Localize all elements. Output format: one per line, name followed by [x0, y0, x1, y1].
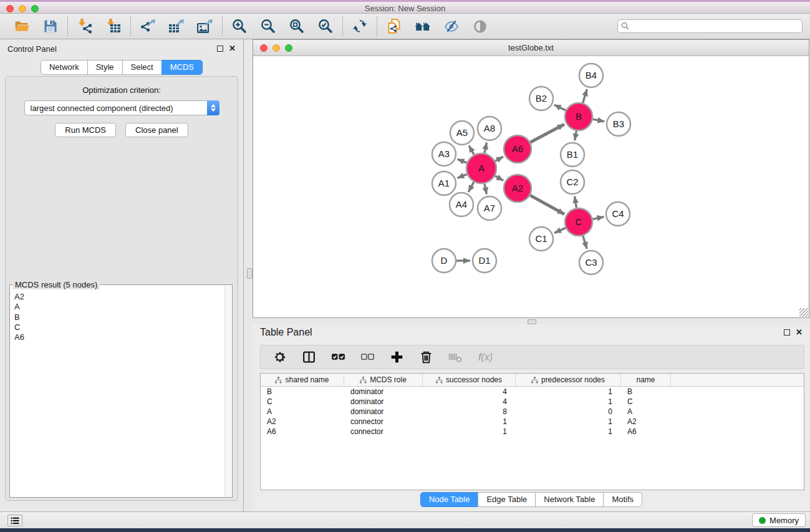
column-header-successor-nodes[interactable]: successor nodes: [423, 374, 516, 386]
column-header-name[interactable]: name: [621, 374, 671, 386]
zoom-in-button[interactable]: [231, 17, 248, 35]
node-D1[interactable]: D1: [473, 249, 496, 273]
node-A5[interactable]: A5: [450, 121, 474, 145]
node-C1[interactable]: C1: [529, 227, 553, 251]
memory-button[interactable]: Memory: [752, 513, 806, 527]
node-A8[interactable]: A8: [478, 117, 501, 140]
add-row-button[interactable]: [388, 349, 405, 365]
mcds-result-listbox[interactable]: A2ABCA6: [9, 284, 233, 498]
table-cell[interactable]: connector: [344, 417, 423, 426]
table-cell[interactable]: 1: [516, 427, 621, 436]
node-C2[interactable]: C2: [561, 170, 584, 194]
tab-select[interactable]: Select: [122, 60, 162, 75]
node-B3[interactable]: B3: [607, 112, 630, 136]
gear-button[interactable]: [271, 349, 287, 365]
table-cell[interactable]: 1: [516, 417, 621, 426]
node-D[interactable]: D: [432, 249, 456, 273]
tab-mcds[interactable]: MCDS: [162, 60, 203, 75]
resize-grip[interactable]: [799, 308, 808, 317]
optimization-criterion-dropdown[interactable]: largest connected component (directed): [24, 100, 219, 115]
table-cell[interactable]: 0: [516, 407, 621, 416]
run-mcds-button[interactable]: Run MCDS: [55, 123, 116, 137]
node-B[interactable]: B: [565, 103, 592, 130]
network-canvas[interactable]: B4B2BB3A8A5A6A3B1AC2A1A2A4A7C4CC1C3DD1: [253, 56, 809, 317]
column-header-MCDS-role[interactable]: MCDS role: [344, 374, 423, 386]
refresh-button[interactable]: [351, 17, 369, 35]
table-row[interactable]: A6connector11A6: [261, 427, 804, 437]
zoom-selected-button[interactable]: [317, 17, 334, 35]
table-cell[interactable]: A6: [261, 427, 344, 436]
table-cell[interactable]: dominator: [344, 387, 423, 396]
table-cell[interactable]: B: [261, 387, 344, 396]
node-A7[interactable]: A7: [478, 196, 501, 220]
node-C[interactable]: C: [565, 208, 592, 236]
columns-button[interactable]: [301, 349, 317, 365]
table-cell[interactable]: 4: [423, 387, 516, 396]
table-cell[interactable]: connector: [344, 427, 423, 436]
table-cell[interactable]: C: [621, 397, 671, 406]
result-list-item[interactable]: C: [14, 322, 232, 332]
table-cell[interactable]: 1: [423, 417, 516, 426]
float-panel-icon[interactable]: [217, 46, 223, 52]
table-cell[interactable]: 8: [423, 407, 516, 416]
home-button[interactable]: [414, 17, 432, 35]
table-cell[interactable]: 1: [516, 397, 621, 406]
column-header-shared-name[interactable]: shared name: [261, 374, 344, 386]
node-A6[interactable]: A6: [504, 135, 531, 163]
export-network-button[interactable]: [139, 17, 157, 35]
table-cell[interactable]: C: [261, 397, 344, 406]
clear-selection-button[interactable]: [359, 349, 375, 365]
network-window-titlebar[interactable]: testGlobe.txt: [253, 40, 809, 56]
tab-style[interactable]: Style: [87, 60, 123, 75]
table-row[interactable]: Adominator80A: [261, 407, 804, 417]
horizontal-splitter-handle[interactable]: [528, 319, 536, 324]
export-table-button[interactable]: [168, 17, 185, 35]
result-list-item[interactable]: A: [14, 302, 232, 312]
search-input[interactable]: [617, 19, 803, 33]
table-cell[interactable]: 1: [516, 387, 621, 396]
table-cell[interactable]: A: [621, 407, 671, 416]
table-tab-node-table[interactable]: Node Table: [420, 492, 479, 507]
import-table-button[interactable]: [105, 17, 122, 35]
table-cell[interactable]: 1: [423, 427, 516, 436]
close-table-panel-icon[interactable]: ✕: [796, 329, 803, 336]
delete-row-button[interactable]: [418, 349, 434, 365]
table-row[interactable]: Cdominator41C: [261, 397, 804, 407]
table-tab-network-table[interactable]: Network Table: [535, 492, 604, 507]
node-C3[interactable]: C3: [579, 251, 603, 274]
clone-network-button[interactable]: [385, 17, 403, 35]
table-row[interactable]: A2connector11A2: [261, 417, 804, 427]
open-file-button[interactable]: [13, 17, 31, 35]
tab-network[interactable]: Network: [41, 60, 88, 75]
zoom-fit-button[interactable]: [288, 17, 306, 35]
table-tab-edge-table[interactable]: Edge Table: [478, 492, 536, 507]
table-cell[interactable]: 4: [423, 397, 516, 406]
node-A3[interactable]: A3: [432, 142, 456, 166]
export-image-button[interactable]: [196, 17, 214, 35]
table-cell[interactable]: A: [261, 407, 344, 416]
hide-graphics-details-button[interactable]: [443, 17, 460, 35]
select-all-button[interactable]: [330, 349, 346, 365]
result-list-item[interactable]: B: [14, 312, 232, 322]
node-A2[interactable]: A2: [504, 175, 531, 202]
close-panel-button[interactable]: Close panel: [125, 123, 188, 137]
table-row[interactable]: Bdominator41B: [261, 387, 804, 397]
vertical-splitter-handle[interactable]: [247, 268, 253, 279]
node-C4[interactable]: C4: [606, 202, 630, 226]
delete-table-button[interactable]: [447, 349, 463, 365]
node-A4[interactable]: A4: [450, 193, 473, 216]
node-A[interactable]: A: [466, 153, 496, 183]
result-list-item[interactable]: A6: [14, 332, 232, 342]
table-cell[interactable]: A6: [621, 427, 671, 436]
save-session-button[interactable]: [42, 17, 59, 35]
function-builder-button[interactable]: f(x): [476, 349, 493, 365]
import-network-button[interactable]: [76, 17, 94, 35]
node-B1[interactable]: B1: [561, 143, 584, 167]
node-B4[interactable]: B4: [579, 64, 603, 87]
table-tab-motifs[interactable]: Motifs: [603, 492, 642, 507]
result-list-item[interactable]: A2: [14, 292, 232, 302]
node-B2[interactable]: B2: [529, 87, 553, 110]
column-header-predecessor-nodes[interactable]: predecessor nodes: [516, 374, 621, 386]
table-cell[interactable]: B: [621, 387, 671, 396]
table-cell[interactable]: A2: [261, 417, 344, 426]
